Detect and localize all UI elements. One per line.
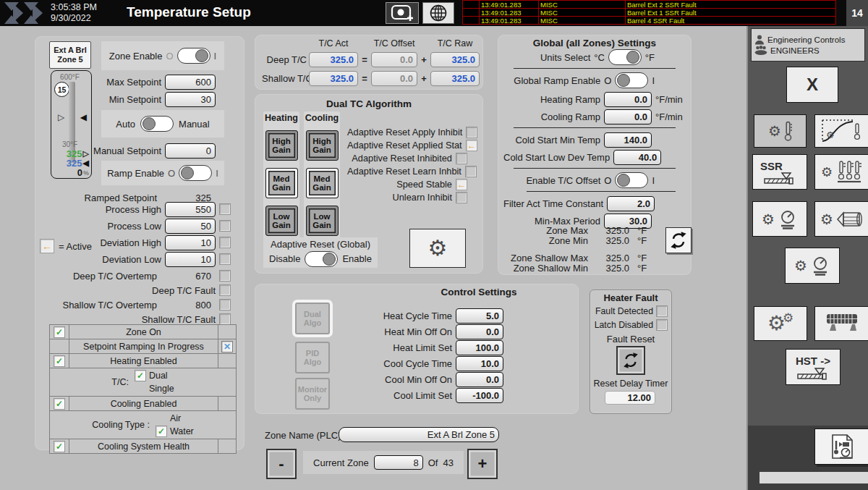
barrel-icon	[836, 211, 864, 228]
nav-hst-button[interactable]: HST ->	[786, 349, 841, 385]
active-legend: ← = Active	[40, 239, 92, 253]
language-button[interactable]	[422, 2, 454, 24]
zone-enable-group: Zone Enable O I	[101, 41, 224, 70]
filter-act-label: Filter Act Time Constant	[503, 198, 603, 209]
ramp-enable-toggle[interactable]	[179, 165, 212, 181]
global-ramp-row: Global Ramp Enable O I	[503, 72, 686, 88]
zone-enable-toggle[interactable]	[177, 48, 210, 64]
zone-min-row: Zone Min 325.0 °F	[503, 235, 686, 246]
extruder-icon	[763, 172, 796, 185]
deep-tc-offset-value[interactable]: 0.0	[371, 52, 417, 67]
heating-ramp-field[interactable]: 0.0	[604, 92, 652, 107]
zone-name-button[interactable]: Ext A Brl Zone 5	[49, 41, 91, 69]
cooling-high-gain-button[interactable]: HighGain	[306, 130, 339, 161]
deep-fault-label: Deep T/C Fault	[43, 285, 216, 296]
global-settings-panel: Global (all Zones) Settings Units Select…	[498, 35, 692, 275]
heat-min-off-field[interactable]: 0.0	[456, 324, 503, 339]
monitor-only-button[interactable]: Monitor Only	[295, 378, 330, 410]
zone-name-line2: Zone 5	[57, 55, 82, 64]
status-row-zone-on: ✓ Zone On	[50, 325, 236, 339]
nav-pressure-setup-button[interactable]: ⚙	[752, 201, 807, 237]
nav-heater-bank-button[interactable]	[814, 306, 868, 341]
cold-start-min-field[interactable]: 140.0	[604, 132, 652, 148]
nav-monitor-setup-button[interactable]: ⚙	[785, 248, 840, 284]
status-row-heating: ✓ Heating Enabled	[50, 353, 236, 368]
fault-reset-button[interactable]	[616, 346, 645, 375]
screenshot-button[interactable]	[386, 2, 419, 24]
cool-min-off-field[interactable]: 0.0	[456, 372, 503, 387]
previous-zone-button[interactable]: -	[266, 449, 297, 479]
cooling-check: ✓	[54, 398, 65, 410]
tc-offset-toggle[interactable]	[615, 172, 648, 188]
cold-start-min-label: Cold Start Min Temp	[503, 135, 600, 145]
ramp-enable-label: Ramp Enable	[107, 168, 164, 179]
cooling-label: Cooling Enabled	[69, 397, 218, 410]
auto-label: Auto	[116, 119, 135, 130]
tc-settings-button[interactable]: ⚙	[409, 229, 466, 268]
zone-name-plc-field[interactable]: Ext A Brl Zone 5	[339, 427, 499, 442]
deviation-high-field[interactable]: 10	[165, 235, 216, 250]
pid-algo-button[interactable]: PID Algo	[295, 342, 330, 373]
shallow-tc-offset-value[interactable]: 0.0	[371, 71, 417, 86]
gear-small-icon: ⚙	[783, 312, 793, 324]
max-setpoint-field[interactable]: 600	[165, 75, 216, 90]
nav-system-settings-button[interactable]: ⚙ ⚙	[754, 306, 807, 341]
deviation-low-indicator	[219, 253, 231, 265]
heat-min-off-row: Heat Min Off On 0.0	[376, 324, 503, 339]
global-settings-title: Global (all Zones) Settings	[498, 38, 692, 48]
cold-start-low-dev-field[interactable]: 40.0	[613, 150, 661, 165]
cool-limit-field[interactable]: -100.0	[456, 388, 503, 403]
heating-med-gain-button[interactable]: MedGain	[265, 168, 298, 198]
manual-setpoint-field[interactable]: 0	[165, 143, 216, 159]
fault-detected-row: Fault Detected	[593, 305, 668, 318]
cooling-low-gain-button[interactable]: LowGain	[306, 206, 339, 236]
cooling-water-label: Water	[170, 426, 194, 436]
zone-on-label: Zone On	[69, 325, 218, 339]
filter-act-row: Filter Act Time Constant 2.0	[503, 195, 686, 211]
sidebar-bottom-bar	[760, 472, 868, 483]
cooling-water-check: ✓	[156, 426, 167, 437]
nav-temp-setup-button[interactable]: ⚙	[754, 114, 807, 148]
nav-temp-profile-button[interactable]: ⚙	[814, 114, 868, 148]
refresh-icon	[622, 352, 639, 369]
global-ramp-toggle[interactable]	[615, 72, 648, 88]
temp-log-button[interactable]	[814, 428, 868, 465]
nav-ssr-button[interactable]: SSR	[752, 154, 807, 190]
next-zone-button[interactable]: +	[467, 449, 498, 479]
deep-overtemp-indicator	[219, 270, 231, 282]
cooling-ramp-field[interactable]: 0.0	[604, 109, 652, 124]
current-zone-label: Current Zone	[313, 457, 369, 468]
alarm-row[interactable]: 13:49:01.283 MISC Barrel 4 SSR Fault	[463, 17, 836, 25]
cooling-med-gain-button[interactable]: MedGain	[306, 168, 339, 198]
nav-barrel-setup-button[interactable]: ⚙	[814, 201, 868, 237]
min-setpoint-row: Min Setpoint 30	[43, 91, 231, 107]
heating-low-gain-button[interactable]: LowGain	[265, 206, 298, 236]
current-zone-field[interactable]: 8	[374, 455, 423, 470]
page-number: 14	[846, 0, 868, 26]
heating-group-label: Heating	[265, 113, 298, 123]
cold-start-low-dev-row: Cold Start Low Dev Temp 40.0	[503, 149, 686, 165]
close-button[interactable]: X	[786, 67, 838, 103]
filter-act-field[interactable]: 2.0	[607, 196, 655, 211]
heating-high-gain-button[interactable]: HighGain	[265, 130, 298, 161]
flag-reset-inhibited: Adaptive Reset Inhibited	[347, 152, 467, 164]
cooling-ramp-row: Cooling Ramp 0.0 °F/min	[503, 109, 686, 124]
heat-cycle-field[interactable]: 5.0	[456, 308, 503, 324]
adaptive-reset-toggle[interactable]	[305, 251, 338, 267]
process-low-field[interactable]: 50	[165, 219, 216, 234]
dual-algo-button[interactable]: Dual Algo	[295, 303, 330, 334]
alarm-message: Barrel 4 SSR Fault	[625, 16, 836, 25]
process-high-field[interactable]: 550	[165, 202, 216, 217]
min-setpoint-field[interactable]: 30	[165, 92, 216, 107]
reset-delay-field[interactable]: 12.00	[605, 391, 655, 405]
min-max-reset-button[interactable]	[665, 227, 692, 253]
nav-zone-overview-button[interactable]: ⚙	[814, 154, 868, 190]
deviation-low-field[interactable]: 10	[165, 252, 216, 267]
cool-cycle-field[interactable]: 10.0	[456, 356, 503, 371]
hst-label: HST ->	[796, 355, 830, 367]
active-legend-text: = Active	[59, 241, 92, 252]
heat-limit-field[interactable]: 100.0	[456, 340, 503, 355]
units-toggle[interactable]	[608, 49, 642, 65]
process-low-row: Process Low 50	[43, 218, 231, 234]
auto-manual-toggle[interactable]	[140, 116, 174, 132]
